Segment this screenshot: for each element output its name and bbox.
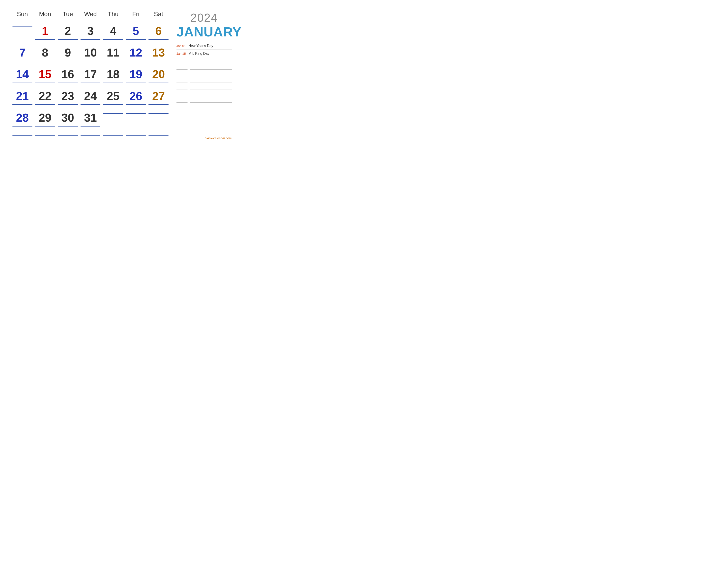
day-cell: 27: [147, 88, 170, 109]
day-underline: [148, 135, 169, 135]
day-cell: 17: [79, 66, 102, 87]
day-number: 29: [34, 111, 56, 124]
note-row: [176, 79, 232, 83]
holidays-section: Jan 01New Year's DayJan 15M L King Day: [176, 44, 232, 134]
day-underline: [58, 39, 78, 40]
note-row: [176, 92, 232, 96]
day-underline: [58, 104, 78, 105]
day-cell: 6: [147, 23, 170, 44]
note-row: [176, 86, 232, 89]
holiday-row: Jan 15M L King Day: [176, 52, 232, 56]
day-header-thu: Thu: [102, 9, 124, 20]
day-underline: [35, 104, 55, 105]
day-number: 12: [124, 46, 147, 59]
day-underline: [81, 83, 101, 83]
day-underline: [35, 126, 55, 126]
note-date-line: [176, 59, 188, 63]
day-number: 16: [56, 68, 79, 81]
day-number: 1: [34, 25, 56, 37]
day-cell: 28: [11, 109, 34, 131]
bottom-cell: [34, 131, 56, 140]
calendar-weeks: 1234567891011121314151617181920212223242…: [11, 23, 170, 140]
note-row: [176, 73, 232, 76]
day-number: 27: [147, 90, 170, 102]
note-date-line: [176, 79, 188, 83]
day-header-sat: Sat: [147, 9, 170, 20]
day-cell: 11: [102, 44, 124, 66]
day-cell: 23: [56, 88, 79, 109]
week-row-3: 14151617181920: [11, 66, 170, 87]
day-cell: 2: [56, 23, 79, 44]
day-cell: 12: [124, 44, 147, 66]
note-date-line: [176, 66, 188, 70]
holiday-date: Jan 01: [176, 44, 186, 48]
day-underline: [58, 126, 78, 126]
day-underline: [103, 39, 123, 40]
bottom-line-row: [11, 131, 170, 140]
note-text-line: [190, 73, 232, 76]
day-underline: [148, 104, 169, 105]
day-number: 24: [79, 90, 102, 102]
note-text-line: [190, 106, 232, 109]
day-number: 31: [79, 111, 102, 124]
day-underline: [35, 61, 55, 61]
day-cell: 21: [11, 88, 34, 109]
note-text-line: [190, 86, 232, 89]
day-cell: 10: [79, 44, 102, 66]
note-date-line: [176, 86, 188, 89]
day-number: 18: [102, 68, 124, 81]
day-number: 20: [147, 68, 170, 81]
day-cell: 1: [34, 23, 56, 44]
note-text-line: [190, 66, 232, 70]
day-underline: [35, 39, 55, 40]
day-cell: 7: [11, 44, 34, 66]
day-cell: 20: [147, 66, 170, 87]
day-header-fri: Fri: [124, 9, 147, 20]
day-underline: [103, 83, 123, 83]
day-cell: 18: [102, 66, 124, 87]
month-label: JANUARY: [176, 24, 232, 39]
day-underline: [148, 83, 169, 83]
bottom-cell: [124, 131, 147, 140]
day-number: 3: [79, 25, 102, 37]
day-underline: [126, 135, 146, 135]
day-cell: 14: [11, 66, 34, 87]
day-number: 9: [56, 46, 79, 59]
day-cell: [124, 109, 147, 131]
note-row: [176, 59, 232, 63]
day-underline: [58, 135, 78, 135]
day-header-sun: Sun: [11, 9, 34, 20]
day-underline: [81, 104, 101, 105]
calendar-right-panel: 2024 JANUARY Jan 01New Year's DayJan 15M…: [170, 9, 232, 140]
day-number: 8: [34, 46, 56, 59]
day-cell: [102, 109, 124, 131]
day-cell: 13: [147, 44, 170, 66]
day-underline: [12, 61, 32, 61]
holiday-date: Jan 15: [176, 52, 186, 55]
day-underline: [35, 83, 55, 83]
day-underline: [103, 104, 123, 105]
day-cell: 3: [79, 23, 102, 44]
day-underline: [148, 39, 169, 40]
day-header-mon: Mon: [34, 9, 56, 20]
day-number: 23: [56, 90, 79, 102]
day-cell: 22: [34, 88, 56, 109]
holidays-list: Jan 01New Year's DayJan 15M L King Day: [176, 44, 232, 57]
note-date-line: [176, 73, 188, 76]
day-underline: [103, 113, 123, 114]
day-cell: 15: [34, 66, 56, 87]
week-row-2: 78910111213: [11, 44, 170, 66]
note-text-line: [190, 99, 232, 103]
day-underline: [148, 61, 169, 61]
day-underline: [12, 126, 32, 126]
day-underline: [103, 135, 123, 135]
day-underline: [126, 104, 146, 105]
day-number: 6: [147, 25, 170, 37]
week-row-1: 123456: [11, 23, 170, 44]
day-number: 14: [11, 68, 34, 81]
day-cell: 31: [79, 109, 102, 131]
week-row-5: 28293031: [11, 109, 170, 131]
day-underline: [81, 39, 101, 40]
day-number: 2: [56, 25, 79, 37]
day-underline: [126, 83, 146, 83]
